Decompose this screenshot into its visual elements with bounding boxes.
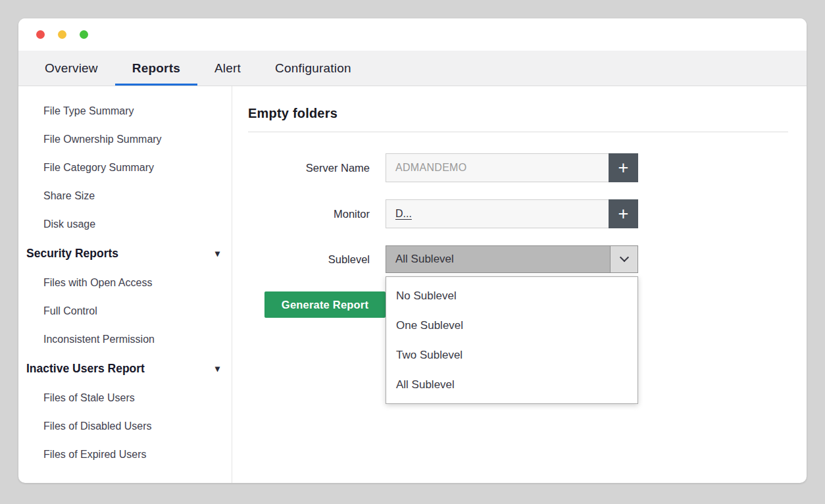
sidebar-item-label: Inconsistent Permission [43, 334, 155, 345]
tab-alert[interactable]: Alert [197, 51, 258, 86]
sidebar-item-file-category-summary[interactable]: File Category Summary [18, 153, 232, 182]
sublevel-dropdown-panel: No Sublevel One Sublevel Two Sublevel Al… [386, 276, 638, 404]
sidebar-item-label: Share Size [43, 190, 95, 202]
reports-sidebar: File Type Summary File Ownership Summary… [18, 86, 232, 483]
sidebar-item-label: File Category Summary [43, 162, 154, 174]
close-window-button[interactable] [36, 30, 45, 39]
sidebar-item-disk-usage[interactable]: Disk usage [18, 210, 232, 238]
dropdown-option-one-sublevel[interactable]: One Sublevel [386, 311, 638, 340]
tab-configuration-label: Configuration [275, 61, 351, 76]
sublevel-field-group: All Sublevel No Sublevel One Sublevel Tw… [386, 245, 638, 273]
page-title: Empty folders [248, 106, 788, 121]
sidebar-item-label: File Type Summary [43, 105, 134, 117]
sidebar-section-label: Inactive Users Report [26, 362, 145, 376]
minimize-window-button[interactable] [58, 30, 66, 39]
sidebar-item-file-type-summary[interactable]: File Type Summary [18, 97, 232, 125]
monitor-row: Monitor D... + [248, 199, 788, 228]
server-name-field-group: ADMANDEMO + [386, 153, 638, 182]
tab-overview-label: Overview [45, 61, 98, 76]
sidebar-section-inactive-users-report[interactable]: Inactive Users Report ▾ [18, 353, 232, 384]
sidebar-section-label: Security Reports [26, 247, 118, 261]
sidebar-item-label: Disk usage [43, 218, 95, 230]
sublevel-label: Sublevel [248, 253, 370, 266]
zoom-window-button[interactable] [80, 30, 88, 39]
sidebar-item-label: Full Control [43, 305, 97, 317]
plus-icon: + [618, 204, 629, 224]
add-monitor-button[interactable]: + [609, 199, 638, 228]
sidebar-section-security-reports[interactable]: Security Reports ▾ [18, 238, 232, 268]
server-name-input[interactable]: ADMANDEMO [386, 153, 609, 182]
app-window: Overview Reports Alert Configuration Fil… [18, 18, 807, 483]
sublevel-select-arrow[interactable] [610, 246, 638, 272]
sublevel-select[interactable]: All Sublevel [386, 245, 638, 273]
main-content: Empty folders Server Name ADMANDEMO + Mo… [232, 86, 807, 483]
sidebar-item-files-of-disabled-users[interactable]: Files of Disabled Users [18, 412, 232, 440]
server-name-label: Server Name [248, 162, 370, 174]
top-navbar: Overview Reports Alert Configuration [18, 51, 807, 86]
sidebar-item-file-ownership-summary[interactable]: File Ownership Summary [18, 125, 232, 153]
chevron-down-icon [619, 253, 628, 262]
sublevel-selected-value: All Sublevel [386, 246, 610, 272]
tab-alert-label: Alert [214, 61, 241, 76]
plus-icon: + [618, 158, 629, 178]
sidebar-item-files-of-expired-users[interactable]: Files of Expired Users [18, 440, 232, 468]
sidebar-item-label: Files of Expired Users [43, 449, 147, 461]
sublevel-row: Sublevel All Sublevel No Sublevel One Su… [248, 245, 788, 273]
sidebar-item-files-with-open-access[interactable]: Files with Open Access [18, 268, 232, 297]
dropdown-option-all-sublevel[interactable]: All Sublevel [386, 370, 638, 399]
monitor-field-group: D... + [386, 199, 638, 228]
sidebar-item-inconsistent-permission[interactable]: Inconsistent Permission [18, 325, 232, 353]
body-row: File Type Summary File Ownership Summary… [18, 86, 807, 483]
monitor-value-link[interactable]: D... [395, 208, 412, 220]
tab-reports[interactable]: Reports [115, 51, 197, 86]
window-titlebar [18, 18, 807, 51]
sidebar-item-full-control[interactable]: Full Control [18, 297, 232, 325]
monitor-input[interactable]: D... [386, 199, 609, 228]
server-name-value: ADMANDEMO [395, 162, 466, 174]
dropdown-option-two-sublevel[interactable]: Two Sublevel [386, 340, 638, 370]
monitor-label: Monitor [248, 208, 370, 220]
sidebar-item-label: Files of Stale Users [43, 392, 135, 404]
generate-report-button[interactable]: Generate Report [264, 291, 386, 318]
tab-configuration[interactable]: Configuration [258, 51, 368, 86]
dropdown-option-no-sublevel[interactable]: No Sublevel [386, 281, 638, 311]
tab-overview[interactable]: Overview [28, 51, 115, 86]
tab-reports-label: Reports [132, 61, 180, 76]
add-server-button[interactable]: + [609, 153, 638, 182]
chevron-down-icon: ▾ [215, 249, 220, 258]
sidebar-item-label: Files of Disabled Users [43, 420, 152, 432]
chevron-down-icon: ▾ [215, 364, 220, 373]
server-name-row: Server Name ADMANDEMO + [248, 153, 788, 182]
sidebar-item-files-of-stale-users[interactable]: Files of Stale Users [18, 384, 232, 412]
title-divider [248, 132, 788, 132]
sidebar-item-label: Files with Open Access [43, 277, 152, 289]
sidebar-item-label: File Ownership Summary [43, 134, 162, 145]
sidebar-item-share-size[interactable]: Share Size [18, 182, 232, 210]
